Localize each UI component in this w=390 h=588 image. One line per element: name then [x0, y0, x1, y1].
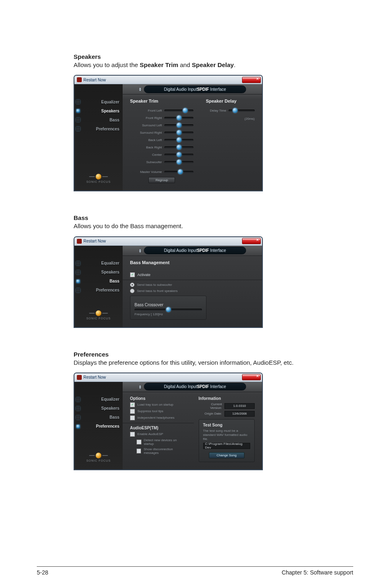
sidebar-item-equalizer[interactable]: Equalizer: [74, 259, 123, 268]
test-song-title: Test Song: [203, 423, 251, 427]
sidebar: Equalizer Speakers Bass Preferences SONI…: [74, 382, 123, 469]
slider-front-left[interactable]: [164, 110, 193, 112]
options-title: Options: [130, 396, 186, 401]
sidebar-item-preferences[interactable]: Preferences: [74, 422, 123, 431]
sidebar-item-speakers[interactable]: Speakers: [74, 106, 123, 115]
preferences-desc: Displays the preference options for this…: [74, 359, 353, 367]
sidebar-item-preferences[interactable]: Preferences: [74, 286, 123, 295]
page-number: 5-28: [37, 569, 48, 576]
sidebar-item-bass[interactable]: Bass: [74, 277, 123, 286]
close-button[interactable]: [242, 77, 261, 83]
slider-surround-right[interactable]: [164, 132, 193, 134]
slider-crossover[interactable]: [134, 309, 202, 311]
sidebar: Equalizer Speakers Bass Preferences SONI…: [74, 84, 123, 191]
panel-preferences: ▲▼ Digital Audio InputSPDIF Interface Op…: [123, 382, 262, 469]
slider-delay-time[interactable]: [229, 110, 255, 112]
crossover-frequency: Frequency [ 120]Hz: [134, 312, 202, 316]
app-icon: [77, 77, 82, 82]
brand-logo: SONIC FOCUS: [86, 305, 111, 324]
sidebar: Equalizer Speakers Bass Preferences SONI…: [74, 246, 123, 327]
preferences-heading: Preferences: [74, 351, 353, 358]
slider-subwoofer[interactable]: [164, 161, 193, 163]
window-title: Restart Now: [83, 78, 106, 82]
window-title: Restart Now: [83, 375, 106, 379]
test-song-note: The test song must be a standard WAV for…: [203, 429, 251, 441]
chapter-label: Chapter 5: Software support: [282, 569, 353, 576]
sidebar-item-bass[interactable]: Bass: [74, 413, 123, 422]
speakers-screenshot: Restart Now Equalizer Speakers Bass Pref…: [74, 75, 263, 191]
tab-selector[interactable]: Digital Audio InputSPDIF Interface: [144, 383, 246, 391]
text: .: [234, 61, 235, 68]
panel-title: Bass Management: [130, 260, 255, 265]
sidebar-item-preferences[interactable]: Preferences: [74, 124, 123, 133]
tab-selector[interactable]: Digital Audio InputSPDIF Interface: [144, 85, 246, 93]
radio-subwoofer[interactable]: Send bass to subwoofer: [130, 283, 255, 287]
text-bold: Speaker Delay: [192, 61, 234, 68]
window-titlebar: Restart Now: [74, 237, 262, 246]
column-title-delay: Speaker Delay: [206, 99, 255, 103]
sidebar-item-speakers[interactable]: Speakers: [74, 404, 123, 413]
opt-disconnect-msgs[interactable]: Show disconnection messages: [137, 447, 186, 455]
bass-desc: Allows you to do the Bass management.: [74, 222, 353, 230]
brand-logo: SONIC FOCUS: [86, 448, 111, 466]
opt-suppress-tips[interactable]: Suppress tool tips: [130, 409, 186, 414]
information-title: Information: [199, 396, 255, 401]
preferences-screenshot: Restart Now Equalizer Speakers Bass Pref…: [74, 373, 263, 470]
tab-stepper-icon[interactable]: ▲▼: [139, 385, 141, 389]
change-song-button[interactable]: Change Song: [209, 452, 244, 458]
window-title: Restart Now: [83, 239, 106, 243]
bass-screenshot: Restart Now Equalizer Speakers Bass Pref…: [74, 236, 263, 328]
close-button[interactable]: [242, 374, 261, 380]
slider-back-right[interactable]: [164, 146, 193, 148]
slider-master-volume[interactable]: [164, 171, 193, 173]
text: and: [178, 61, 192, 68]
tab-stepper-icon[interactable]: ▲▼: [139, 87, 141, 91]
slider-back-left[interactable]: [164, 139, 193, 141]
slider-center[interactable]: [164, 154, 193, 156]
text: Allows you to adjust the: [74, 61, 140, 68]
panel-speakers: ▲▼ Digital Audio InputSPDIF Interface Sp…: [123, 84, 262, 191]
bass-heading: Bass: [74, 214, 353, 221]
tab-selector[interactable]: Digital Audio InputSPDIF Interface: [144, 247, 246, 254]
opt-independent-headphones[interactable]: Independent headphones: [130, 415, 186, 420]
app-icon: [77, 239, 82, 244]
window-titlebar: Restart Now: [74, 76, 262, 84]
test-song-path[interactable]: C:\Program Files\Analog Dev: [203, 443, 251, 449]
tab-stepper-icon[interactable]: ▲▼: [139, 249, 141, 253]
crossover-title: Bass Crossover: [134, 303, 202, 307]
sidebar-item-equalizer[interactable]: Equalizer: [74, 395, 123, 404]
regroup-button[interactable]: Regroup: [148, 177, 175, 183]
radio-front-speakers[interactable]: Send bass to front speakers: [130, 289, 255, 293]
window-titlebar: Restart Now: [74, 373, 262, 382]
close-button[interactable]: [242, 238, 261, 244]
activate-checkbox[interactable]: ✓Activate: [130, 272, 255, 277]
brand-logo: SONIC FOCUS: [86, 169, 111, 187]
delay-unit-label: (20ms): [244, 117, 255, 121]
slider-surround-left[interactable]: [164, 124, 193, 126]
panel-bass: ▲▼ Digital Audio InputSPDIF Interface Ba…: [123, 246, 262, 327]
sidebar-item-speakers[interactable]: Speakers: [74, 268, 123, 277]
text-bold: Speaker Trim: [140, 61, 178, 68]
column-title-trim: Speaker Trim: [130, 99, 193, 103]
app-icon: [77, 375, 82, 380]
sidebar-item-equalizer[interactable]: Equalizer: [74, 97, 123, 106]
opt-detect-devices[interactable]: Detect new devices on startup: [137, 438, 186, 446]
slider-front-right[interactable]: [164, 117, 193, 119]
opt-tray-icon[interactable]: ✓Load tray icon on startup: [130, 402, 186, 407]
version-field: 1.0.0310: [224, 403, 255, 409]
origin-date-field: 12/6/2006: [224, 411, 255, 417]
opt-enable-audioesp[interactable]: Enable AudioESP: [130, 432, 186, 437]
audioesp-title: AudioESP(TM): [130, 426, 186, 430]
speakers-heading: Speakers: [74, 53, 353, 60]
speakers-desc: Allows you to adjust the Speaker Trim an…: [74, 61, 353, 69]
sidebar-item-bass[interactable]: Bass: [74, 115, 123, 124]
